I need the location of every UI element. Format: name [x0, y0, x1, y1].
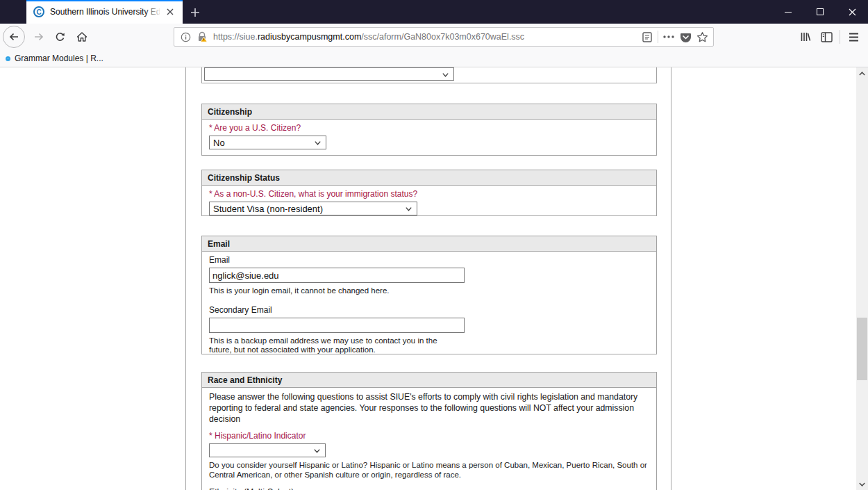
email-label: Email [209, 255, 649, 265]
section-race-ethnicity: Race and Ethnicity Please answer the fol… [201, 372, 657, 490]
browser-window: C Southern Illinois University Edw [0, 0, 868, 490]
window-controls [772, 0, 868, 24]
lock-warning-icon[interactable] [194, 28, 210, 45]
tab-title-fade [144, 1, 162, 24]
back-button[interactable] [3, 26, 25, 48]
chevron-down-icon [313, 138, 322, 149]
us-citizen-question-label: * Are you a U.S. Citizen? [209, 123, 649, 133]
email-help-text: This is your login email, it cannot be c… [209, 286, 649, 296]
pocket-icon[interactable] [677, 28, 694, 45]
immigration-status-select[interactable]: Student Visa (non-resident) [209, 202, 417, 215]
scroll-down-arrow-icon[interactable] [856, 478, 868, 490]
url-scheme: https://siue. [213, 32, 258, 42]
site-favicon-icon: C [33, 6, 44, 17]
immigration-status-question-label: * As a non-U.S. Citizen, what is your im… [209, 189, 649, 199]
tab-bar: C Southern Illinois University Edw [0, 0, 868, 24]
favicon-letter: C [36, 8, 41, 16]
hispanic-indicator-label: * Hispanic/Latino Indicator [209, 431, 649, 441]
section-header: Citizenship Status [202, 170, 656, 186]
minimize-icon [785, 12, 792, 13]
reload-button[interactable] [49, 26, 71, 48]
forward-button[interactable] [28, 26, 50, 48]
close-icon [849, 8, 856, 16]
section-header: Citizenship [202, 104, 656, 120]
secondary-email-input[interactable] [209, 318, 465, 333]
toolbar-right-icons [795, 26, 868, 48]
forward-arrow-icon [33, 31, 44, 42]
new-tab-button[interactable] [186, 3, 204, 22]
secondary-email-help-text: This is a backup email address we may us… [209, 336, 440, 355]
scrollbar-thumb[interactable] [857, 318, 867, 380]
home-button[interactable] [71, 26, 93, 48]
section-citizenship-status: Citizenship Status * As a non-U.S. Citiz… [201, 170, 657, 216]
page-actions-icon[interactable] [660, 28, 677, 45]
url-domain: radiusbycampusmgmt.com [258, 32, 361, 42]
section-partial-top [201, 67, 657, 83]
chevron-down-icon [404, 204, 413, 215]
email-input[interactable] [209, 268, 465, 283]
vertical-scrollbar[interactable] [856, 67, 868, 490]
url-text[interactable]: https://siue.radiusbycampusmgmt.com/ssc/… [213, 32, 639, 42]
hamburger-icon [849, 33, 859, 42]
reader-mode-icon[interactable] [639, 28, 656, 45]
content-left-border [185, 67, 186, 490]
library-icon[interactable] [795, 26, 816, 47]
page-content: Citizenship * Are you a U.S. Citizen? No… [0, 67, 868, 490]
browser-tab[interactable]: C Southern Illinois University Edw [26, 0, 183, 24]
section-email: Email Email This is your login email, it… [201, 236, 657, 354]
menu-button[interactable] [843, 26, 864, 47]
close-button[interactable] [836, 0, 868, 24]
back-arrow-icon [8, 31, 19, 42]
section-citizenship: Citizenship * Are you a U.S. Citizen? No [201, 104, 657, 156]
select-value: Student Visa (non-resident) [213, 204, 323, 214]
sidebar-icon[interactable] [816, 26, 837, 47]
bookmark-star-icon[interactable] [694, 28, 710, 45]
secondary-email-label: Secondary Email [209, 305, 649, 315]
partial-top-select[interactable] [204, 67, 454, 81]
tab-close-icon[interactable] [163, 5, 177, 19]
us-citizen-select[interactable]: No [209, 136, 326, 149]
content-right-border [671, 67, 671, 490]
scroll-up-arrow-icon[interactable] [856, 67, 868, 79]
hispanic-indicator-select[interactable] [209, 443, 326, 457]
toolbar-separator [840, 30, 840, 44]
bookmark-label: Grammar Modules | R... [15, 54, 103, 63]
bookmark-favicon-icon [6, 56, 10, 61]
navigation-toolbar: https://siue.radiusbycampusmgmt.com/ssc/… [0, 24, 868, 50]
reload-icon [55, 32, 65, 42]
section-header: Email [202, 236, 656, 252]
bookmark-item[interactable]: Grammar Modules | R... [6, 54, 103, 63]
site-info-icon[interactable] [177, 28, 194, 45]
bookmarks-bar: Grammar Modules | R... [0, 50, 868, 67]
url-path: /ssc/aform/GaN80ox7k03m0x670waEl.ssc [361, 32, 524, 42]
home-icon [76, 31, 87, 42]
select-value: No [213, 138, 225, 148]
url-bar[interactable]: https://siue.radiusbycampusmgmt.com/ssc/… [174, 27, 714, 47]
chevron-down-icon [312, 446, 322, 457]
ethnicity-label: Ethnicity (Multi-Select) [209, 487, 649, 490]
hispanic-indicator-help-text: Do you consider yourself Hispanic or Lat… [209, 461, 649, 480]
minimize-button[interactable] [772, 0, 804, 24]
urlbar-separator [658, 31, 658, 43]
maximize-button[interactable] [804, 0, 836, 24]
section-header: Race and Ethnicity [202, 373, 656, 388]
maximize-icon [817, 8, 824, 15]
chevron-down-icon [441, 70, 450, 81]
race-ethnicity-intro-text: Please answer the following questions to… [209, 391, 649, 425]
